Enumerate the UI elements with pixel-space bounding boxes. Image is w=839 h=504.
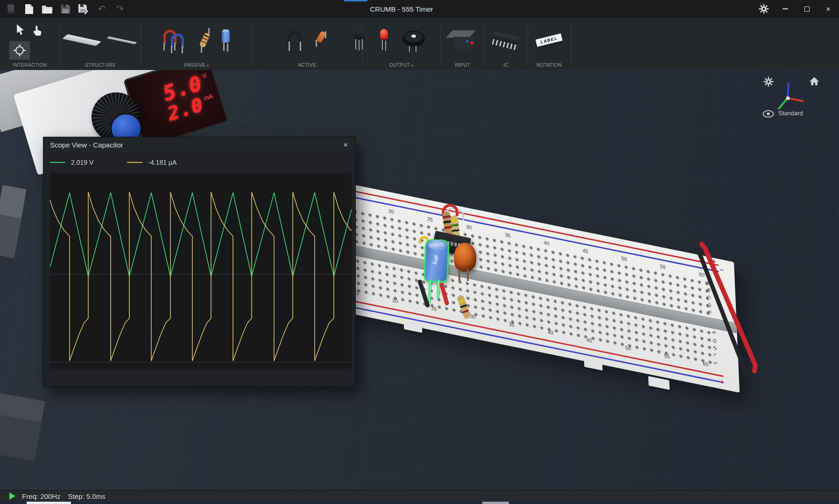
board-row-number: 40 [543,239,550,246]
status-freq: Freq: 200Hz [22,492,61,500]
section-label-active: ACTIVE [252,63,362,68]
diode-orange-button[interactable] [313,28,329,52]
section-label-output[interactable]: OUTPUT▾ [362,63,440,68]
undo-icon: ↶ [98,4,106,14]
section-label-passive[interactable]: PASSIVE▾ [141,63,252,68]
toolbar-section-active: ACTIVE [252,18,362,70]
window-title: CRUMB - 555 Timer [341,5,462,13]
redo-button[interactable]: ↷ [114,3,126,15]
board-row-number: 40 [548,329,554,336]
close-icon: × [343,140,348,150]
led-leg [382,40,383,50]
bottom-strip [0,502,839,504]
scene-viewport[interactable]: 5.0 V 2.0 mA + − 15202530354045505560 15… [0,70,839,490]
board-row-number: 45 [582,247,588,254]
board-row-number: 50 [625,345,631,352]
board-tab [584,359,603,371]
save-button[interactable] [59,3,71,15]
black-wire-loop-icon [288,30,302,42]
gray-box-3d[interactable] [0,393,45,461]
toolbar-section-ic: IC [485,18,528,70]
led-button[interactable] [379,28,389,52]
psu-knob[interactable] [92,92,141,142]
open-file-button[interactable] [41,3,53,15]
buzzer-button[interactable] [402,28,426,52]
axis-gizmo[interactable] [774,80,806,112]
led-3d[interactable] [454,243,476,272]
power-supply-button[interactable] [447,28,478,53]
voltage-legend-value: 2.019 V [71,159,93,166]
diode-black-button[interactable] [286,28,304,52]
scope-close-button[interactable]: × [339,139,352,151]
maximize-button[interactable] [796,0,818,18]
ic-chip-button[interactable] [491,28,521,52]
transistor-leg [362,39,363,49]
hand-tool-button[interactable] [32,25,43,38]
loop-leg [289,42,290,51]
toolbar-divider [571,21,571,66]
capacitor-value-label: 1uF [431,254,440,266]
capacitor-leg [223,42,225,51]
save-as-button[interactable] [78,3,90,15]
diode-leg [325,31,326,38]
power-supply-red-dot [471,42,473,44]
current-legend-swatch [127,162,142,163]
home-view-button[interactable] [809,77,819,88]
new-file-button[interactable] [23,3,35,15]
loop-leg [300,42,301,51]
capacitor-3d-selected[interactable]: 1uF [425,240,448,281]
capacitor-button[interactable] [221,28,231,52]
orbit-crosshair-icon [13,44,26,57]
play-icon[interactable] [9,492,15,500]
psu-current-unit: mA [203,92,213,102]
led-leg [467,269,469,281]
undo-button[interactable]: ↶ [96,3,108,15]
led-leg [385,41,386,51]
board-row-number: 30 [466,224,472,231]
scrollbar-segment-gray[interactable] [482,502,509,504]
label-tag-button[interactable]: LABEL [536,34,563,47]
dropdown-arrow-icon: ▾ [411,63,414,68]
minimize-button[interactable] [775,0,796,18]
select-tool-button[interactable] [15,24,26,37]
rail-minus-label: − [719,265,724,274]
redo-icon: ↷ [116,4,124,14]
transistor-icon [354,30,365,39]
rail-plus-label: + [712,257,716,266]
rod-part-button[interactable] [106,36,137,44]
viewport-settings-button[interactable] [763,77,774,89]
buzzer-hole [411,35,416,38]
resistor-button[interactable] [197,28,213,52]
cursor-icon [15,24,26,35]
led-leg [458,270,460,282]
section-label-notation: NOTATION [528,63,571,68]
breadboard-part-button[interactable] [62,34,101,46]
settings-button[interactable] [758,3,770,15]
current-legend-value: -4.181 µA [148,159,176,166]
view-mode-label[interactable]: Standard [778,110,803,117]
section-label-structure: STRUCTURE [60,63,141,68]
diode-leg [316,40,317,47]
toolbar-section-interaction: INTERACTION [0,18,60,70]
toolbar-section-passive: PASSIVE▾ [141,18,252,70]
voltage-legend-swatch [50,162,65,163]
transistor-button[interactable] [353,28,367,52]
close-button[interactable]: × [818,0,839,18]
orbit-tool-button[interactable] [9,41,30,60]
voltage-trace [50,193,352,276]
scope-header[interactable]: Scope View - Capacitor × [43,137,355,153]
maximize-icon [804,7,810,12]
breadboard-3d[interactable]: + − 15202530354045505560 152025303540455… [322,178,740,392]
section-label-interaction: INTERACTION [0,63,60,68]
scrollbar-segment-white[interactable] [27,502,71,504]
titlebar: ↶ ↷ CRUMB - 555 Timer × [0,0,839,18]
toolbar-section-structure: STRUCTURE [60,18,141,70]
toolbar-section-notation: LABEL NOTATION [528,18,571,70]
section-label-input: INPUT [440,63,485,68]
board-row-number: 35 [505,231,511,238]
viewport-controls: Standard [755,70,839,131]
gray-box-3d[interactable] [0,185,27,259]
toolbar-section-input: INPUT [440,18,485,70]
view-mode-button[interactable] [762,110,774,119]
jumper-wire-button[interactable] [162,29,189,51]
